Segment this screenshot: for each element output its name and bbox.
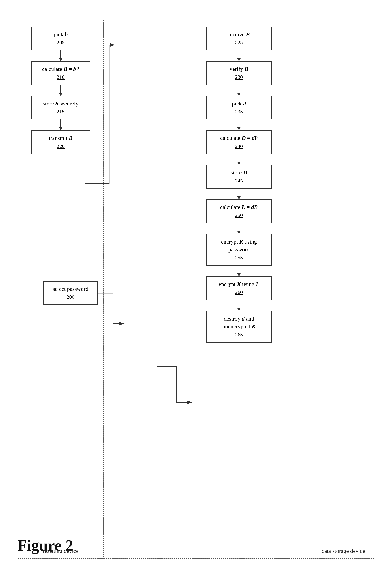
node-230: verify B 230 xyxy=(206,61,272,85)
node-245: store D 245 xyxy=(206,165,272,189)
node-235: pick d 235 xyxy=(206,96,272,120)
right-box-label: data storage device xyxy=(322,548,365,554)
node-260: encrypt K using L 260 xyxy=(206,276,272,300)
arrow-225-230 xyxy=(237,50,241,61)
arrow-235-240 xyxy=(237,119,241,130)
node-210: calculate B = bP 210 xyxy=(31,61,90,85)
node-240: calculate D = dP 240 xyxy=(206,130,272,154)
arrow-250-255 xyxy=(237,223,241,234)
node-220: transmit B 220 xyxy=(31,130,90,154)
node-225: receive B 225 xyxy=(206,27,272,50)
node-205: pick b 205 xyxy=(31,27,90,50)
left-flow: pick b 205 calculate B = bP 210 xyxy=(25,27,96,154)
arrow-215-220 xyxy=(59,119,63,130)
node-215: store b securely 215 xyxy=(31,96,90,120)
arrow-240-245 xyxy=(237,154,241,165)
arrow-245-250 xyxy=(237,189,241,199)
node-265: destroy d and unencrypted K 265 xyxy=(206,311,272,343)
left-box-label: resetting device xyxy=(43,548,78,554)
node-255: encrypt K using password 255 xyxy=(206,234,272,266)
node-250: calculate L = dB 250 xyxy=(206,199,272,223)
arrow-255-260 xyxy=(237,266,241,276)
arrow-210-215 xyxy=(59,85,63,96)
right-flow: receive B 225 verify B 230 xyxy=(111,27,367,343)
arrow-230-235 xyxy=(237,85,241,96)
select-password-box: select password 200 xyxy=(44,281,98,305)
page: Figure 2 pick b 20 xyxy=(0,0,392,572)
arrow-260-265 xyxy=(237,300,241,311)
arrow-205-210 xyxy=(59,50,63,61)
